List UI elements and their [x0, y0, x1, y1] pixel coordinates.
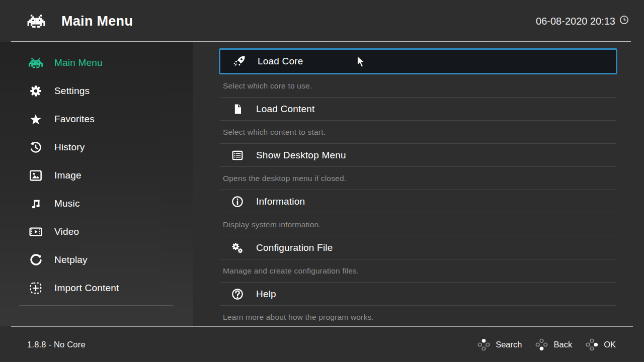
bottom-bar-divider	[11, 326, 633, 327]
menu-entry-show-desktop-menu: Show Desktop MenuOpens the desktop menu …	[220, 144, 616, 190]
clock-icon	[618, 14, 630, 26]
hint-back[interactable]: Back	[535, 338, 572, 351]
star-icon	[28, 112, 43, 127]
file-icon	[230, 102, 245, 116]
mouse-cursor	[357, 55, 366, 68]
menu-item-information-sublabel: Display system information.	[220, 213, 616, 236]
sidebar: Main MenuSettingsFavoritesHistoryImageMu…	[0, 42, 193, 326]
version-status: 1.8.8 - No Core	[27, 340, 86, 349]
menu-entry-load-content: Load ContentSelect which content to star…	[220, 98, 616, 144]
datetime: 06-08-2020 20:13	[536, 14, 630, 28]
sidebar-item-main-menu[interactable]: Main Menu	[0, 49, 193, 77]
netplay-icon	[28, 252, 43, 267]
sidebar-item-label: Image	[54, 170, 82, 181]
pad-cluster-icon	[585, 338, 599, 351]
config-file-icon	[230, 241, 245, 255]
retroarch-window: Main Menu 06-08-2020 20:13 Main MenuSett…	[0, 0, 644, 362]
sidebar-item-history[interactable]: History	[0, 133, 193, 161]
input-hints: SearchBackOK	[477, 338, 616, 351]
menu-item-label: Show Desktop Menu	[256, 150, 346, 161]
menu-item-label: Information	[256, 196, 305, 207]
clock-icon	[618, 14, 630, 28]
retroarch-logo-icon	[24, 12, 48, 31]
bottom-bar: 1.8.8 - No Core SearchBackOK	[0, 326, 644, 362]
retroarch-logo-icon	[28, 55, 43, 70]
music-icon	[28, 196, 43, 211]
menu-item-load-core[interactable]: Load Core	[219, 48, 617, 74]
page-title: Main Menu	[61, 14, 133, 29]
menu-item-label: Configuration File	[256, 242, 333, 253]
sidebar-item-label: Netplay	[54, 254, 88, 265]
help-icon	[230, 287, 245, 301]
menu-item-help[interactable]: Help	[220, 283, 616, 306]
gear-icon	[28, 83, 43, 99]
video-icon	[28, 224, 43, 239]
sidebar-item-image[interactable]: Image	[0, 161, 193, 190]
pad-cluster-icon	[477, 338, 491, 351]
menu-item-label: Help	[256, 289, 276, 300]
main-menu-list: Load CoreSelect which core to use.Load C…	[193, 42, 644, 326]
sidebar-list: Main MenuSettingsFavoritesHistoryImageMu…	[0, 49, 193, 302]
hint-label: OK	[604, 340, 616, 349]
menu-item-configuration-file-sublabel: Manage and create configuration files.	[220, 259, 616, 283]
datetime-text: 06-08-2020 20:13	[536, 16, 615, 27]
sidebar-item-label: Import Content	[54, 283, 119, 294]
image-icon	[28, 168, 43, 183]
sidebar-divider	[19, 305, 174, 306]
menu-item-label: Load Content	[256, 104, 315, 115]
menu-entry-help: HelpLearn more about how the program wor…	[220, 283, 616, 326]
menu-item-load-content-sublabel: Select which content to start.	[220, 121, 616, 144]
sidebar-item-label: History	[54, 142, 85, 153]
retroarch-logo-icon	[24, 12, 48, 31]
sidebar-item-settings[interactable]: Settings	[0, 77, 193, 105]
menu-item-configuration-file[interactable]: Configuration File	[220, 236, 616, 259]
sidebar-item-video[interactable]: Video	[0, 218, 193, 246]
desktop-menu-icon	[230, 148, 245, 162]
sidebar-item-music[interactable]: Music	[0, 190, 193, 218]
menu-item-information[interactable]: Information	[220, 190, 616, 213]
menu-item-label: Load Core	[258, 56, 303, 67]
sidebar-item-label: Main Menu	[54, 57, 103, 68]
menu-item-show-desktop-menu-sublabel: Opens the desktop menu if closed.	[220, 167, 616, 190]
hint-search[interactable]: Search	[477, 338, 522, 351]
sidebar-item-import-content[interactable]: Import Content	[0, 274, 193, 302]
rocket-icon	[232, 54, 246, 68]
history-icon	[28, 140, 43, 155]
sidebar-item-label: Music	[54, 198, 80, 209]
body: Main MenuSettingsFavoritesHistoryImageMu…	[0, 42, 644, 326]
menu-entry-information: InformationDisplay system information.	[220, 190, 616, 236]
hint-label: Back	[553, 340, 572, 349]
menu-entry-configuration-file: Configuration FileManage and create conf…	[220, 236, 616, 283]
sidebar-item-label: Favorites	[54, 114, 95, 125]
sidebar-item-favorites[interactable]: Favorites	[0, 105, 193, 133]
menu-entry-load-core: Load CoreSelect which core to use.	[220, 48, 616, 98]
header: Main Menu 06-08-2020 20:13	[0, 0, 644, 42]
menu-item-load-core-sublabel: Select which core to use.	[220, 74, 616, 98]
hint-ok[interactable]: OK	[585, 338, 616, 351]
hint-label: Search	[496, 340, 522, 349]
info-icon	[230, 195, 245, 209]
menu-item-help-sublabel: Learn more about how the program works.	[220, 306, 616, 326]
pad-cluster-icon	[535, 338, 548, 351]
sidebar-item-label: Video	[54, 226, 79, 237]
menu-item-load-content[interactable]: Load Content	[220, 98, 616, 121]
import-icon	[28, 281, 43, 296]
menu-item-show-desktop-menu[interactable]: Show Desktop Menu	[220, 144, 616, 167]
sidebar-item-label: Settings	[54, 85, 90, 97]
sidebar-item-netplay[interactable]: Netplay	[0, 246, 193, 274]
